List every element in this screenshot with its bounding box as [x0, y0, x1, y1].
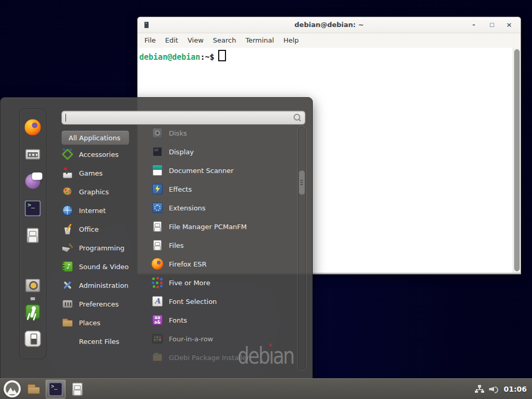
launcher-terminal[interactable]	[46, 380, 65, 398]
app-list-scrollbar-thumb[interactable]	[299, 170, 305, 195]
category-item-administration[interactable]: Administration	[61, 276, 142, 295]
watermark-i-dot: ı	[269, 342, 273, 369]
terminal-titlebar[interactable]: debian@debian: ~ - □ ×	[138, 17, 521, 33]
terminal-icon	[48, 381, 63, 397]
app-label: Fonts	[169, 316, 187, 324]
menu-view[interactable]: View	[183, 33, 208, 48]
taskbar: 01:06	[0, 378, 532, 399]
launcher-file-cabinet[interactable]	[68, 380, 87, 398]
app-item-file-manager-pcmanfm[interactable]: File Manager PCManFM	[151, 217, 294, 236]
category-item-games[interactable]: Games	[61, 164, 142, 182]
category-label: Administration	[79, 282, 128, 289]
file-cabinet-icon	[151, 239, 164, 251]
maximize-button[interactable]: □	[488, 17, 496, 33]
menu-terminal[interactable]: Terminal	[241, 33, 278, 48]
category-item-sound-video[interactable]: Sound & Video	[61, 257, 142, 276]
app-item-files[interactable]: Files	[151, 236, 294, 255]
category-list: AccessoriesGamesGraphicsInternetOfficePr…	[61, 145, 142, 351]
minimize-button[interactable]: -	[470, 17, 478, 33]
app-item-fonts[interactable]: Fonts	[151, 311, 294, 329]
app-item-display[interactable]: Display	[151, 142, 294, 161]
prompt-suffix: :~$	[200, 52, 214, 62]
shutdown-button[interactable]	[24, 330, 42, 348]
app-item-effects[interactable]: Effects	[151, 180, 294, 198]
app-item-document-scanner[interactable]: Document Scanner	[151, 161, 294, 180]
app-list-scrollbar[interactable]	[297, 126, 307, 370]
lock-screen-icon	[24, 276, 42, 294]
application-menu: All Applications AccessoriesGamesGraphic…	[0, 97, 313, 379]
lock-screen-button[interactable]	[24, 276, 42, 294]
category-label: Sound & Video	[79, 263, 129, 271]
logout-button[interactable]	[24, 303, 42, 321]
filter-all-applications[interactable]: All Applications	[61, 130, 129, 145]
menu-edit[interactable]: Edit	[161, 33, 183, 48]
five-or-more-icon	[151, 276, 164, 289]
close-button[interactable]: ×	[505, 17, 513, 33]
watermark-text: deb	[237, 342, 269, 369]
favorite-character-map[interactable]	[24, 145, 42, 163]
menu-search[interactable]: Search	[208, 33, 241, 48]
text-caret	[65, 114, 66, 122]
accessories-icon	[61, 148, 74, 161]
category-label: Programming	[79, 244, 125, 252]
app-item-extensions[interactable]: Extensions	[151, 198, 294, 217]
terminal-title: debian@debian: ~	[138, 17, 521, 33]
app-label: Firefox ESR	[169, 260, 207, 268]
category-label: Internet	[79, 207, 106, 215]
system-tray: 01:06	[475, 385, 532, 393]
favorites-list	[20, 118, 46, 244]
graphics-icon	[61, 185, 74, 198]
internet-icon	[61, 204, 74, 217]
file-cabinet-icon	[70, 381, 85, 397]
app-label: Five or More	[169, 279, 210, 287]
network-icon[interactable]	[475, 385, 484, 393]
watermark-text-end: an	[273, 342, 294, 369]
category-label: Office	[79, 225, 99, 233]
category-item-accessories[interactable]: Accessories	[61, 145, 142, 164]
favorite-pidgin[interactable]	[24, 172, 42, 190]
launcher-folder[interactable]	[24, 380, 44, 398]
app-label: Four-in-a-row	[169, 335, 213, 343]
app-item-disks[interactable]: Disks	[151, 124, 294, 142]
category-item-graphics[interactable]: Graphics	[61, 182, 142, 201]
session-buttons	[20, 276, 46, 348]
launcher-menu-logo[interactable]	[2, 380, 22, 398]
category-item-programming[interactable]: Programming	[61, 238, 142, 257]
four-in-a-row-icon	[151, 332, 164, 345]
category-item-internet[interactable]: Internet	[61, 201, 142, 220]
file-cabinet-icon	[24, 227, 42, 244]
menu-file[interactable]: File	[140, 33, 161, 48]
favorite-file-cabinet[interactable]	[24, 227, 42, 244]
category-item-preferences[interactable]: Preferences	[61, 295, 142, 313]
terminal-scrollbar-thumb[interactable]	[514, 49, 520, 271]
category-item-office[interactable]: Office	[61, 220, 142, 238]
app-label: File Manager PCManFM	[169, 223, 247, 231]
volume-icon[interactable]	[489, 385, 499, 393]
app-label: Font Selection	[169, 298, 217, 305]
terminal-scrollbar[interactable]	[513, 48, 521, 273]
category-label: Places	[79, 319, 100, 327]
places-icon	[61, 316, 74, 329]
app-item-font-selection[interactable]: Font Selection	[151, 292, 294, 311]
favorite-terminal[interactable]	[24, 200, 42, 217]
category-label: Accessories	[79, 151, 118, 158]
shutdown-icon	[24, 330, 42, 348]
favorite-firefox[interactable]	[24, 118, 42, 136]
search-input[interactable]	[62, 111, 305, 124]
menu-help[interactable]: Help	[278, 33, 303, 48]
app-label: Effects	[169, 185, 192, 193]
firefox-icon	[24, 118, 42, 136]
file-cabinet-icon	[151, 220, 164, 233]
effects-icon	[151, 183, 164, 195]
administration-icon	[61, 279, 74, 291]
app-item-firefox-esr[interactable]: Firefox ESR	[151, 255, 294, 273]
favorites-frame	[19, 109, 46, 359]
app-item-five-or-more[interactable]: Five or More	[151, 273, 294, 292]
terminal-cursor	[218, 50, 226, 61]
category-item-recent-files[interactable]: Recent Files	[61, 332, 142, 351]
category-item-places[interactable]: Places	[61, 313, 142, 332]
pidgin-icon	[24, 172, 42, 190]
disks-icon	[151, 127, 164, 139]
app-label: Extensions	[169, 204, 206, 212]
terminal-icon	[24, 200, 42, 217]
